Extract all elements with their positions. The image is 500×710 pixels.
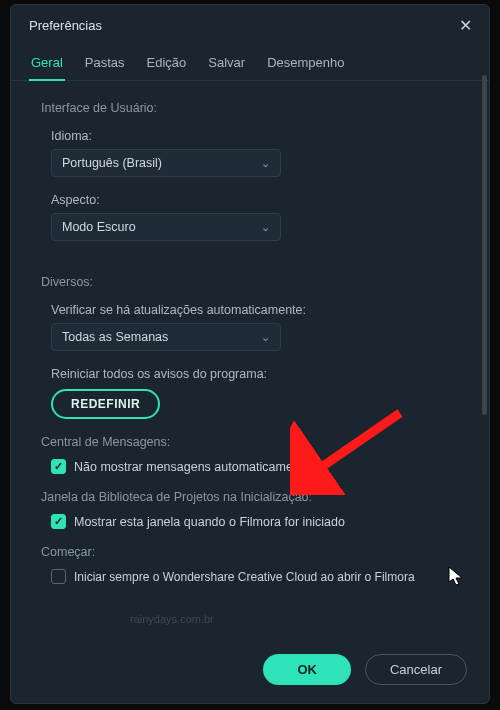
tab-salvar[interactable]: Salvar — [206, 49, 247, 80]
ui-section-heading: Interface de Usuário: — [41, 101, 465, 115]
checkmark-icon: ✓ — [54, 516, 63, 527]
ok-button[interactable]: OK — [263, 654, 351, 685]
library-check-label: Mostrar esta janela quando o Filmora for… — [74, 515, 345, 529]
preferences-dialog: Preferências ✕ Geral Pastas Edição Salva… — [10, 4, 490, 704]
update-select[interactable]: Todas as Semanas ⌄ — [51, 323, 281, 351]
chevron-down-icon: ⌄ — [261, 221, 270, 234]
content-area: Interface de Usuário: Idioma: Português … — [11, 81, 489, 640]
msgcenter-check-label: Não mostrar mensagens automaticamente — [74, 460, 310, 474]
update-field: Verificar se há atualizações automaticam… — [41, 303, 465, 351]
language-label: Idioma: — [51, 129, 465, 143]
language-field: Idioma: Português (Brasil) ⌄ — [41, 129, 465, 177]
checkmark-icon: ✓ — [54, 461, 63, 472]
scrollbar-thumb[interactable] — [482, 75, 487, 415]
start-check-label: Iniciar sempre o Wondershare Creative Cl… — [74, 570, 415, 584]
start-label: Começar: — [41, 545, 465, 559]
chevron-down-icon: ⌄ — [261, 157, 270, 170]
aspect-field: Aspecto: Modo Escuro ⌄ — [41, 193, 465, 241]
titlebar: Preferências ✕ — [11, 5, 489, 43]
msgcenter-check-row: ✓ Não mostrar mensagens automaticamente — [41, 459, 465, 474]
aspect-select[interactable]: Modo Escuro ⌄ — [51, 213, 281, 241]
library-label: Janela da Biblioteca de Projetos na Inic… — [41, 490, 465, 504]
start-check-row: Iniciar sempre o Wondershare Creative Cl… — [41, 569, 465, 584]
library-check-row: ✓ Mostrar esta janela quando o Filmora f… — [41, 514, 465, 529]
cancel-button[interactable]: Cancelar — [365, 654, 467, 685]
language-select[interactable]: Português (Brasil) ⌄ — [51, 149, 281, 177]
msgcenter-label: Central de Mensagens: — [41, 435, 465, 449]
tab-desempenho[interactable]: Desempenho — [265, 49, 346, 80]
tabs: Geral Pastas Edição Salvar Desempenho — [11, 43, 489, 81]
aspect-value: Modo Escuro — [62, 220, 136, 234]
chevron-down-icon: ⌄ — [261, 331, 270, 344]
update-label: Verificar se há atualizações automaticam… — [51, 303, 465, 317]
dialog-title: Preferências — [29, 18, 102, 33]
misc-section-heading: Diversos: — [41, 275, 465, 289]
close-icon: ✕ — [459, 16, 472, 35]
scrollbar[interactable] — [482, 75, 487, 635]
dialog-footer: OK Cancelar — [11, 640, 489, 703]
reset-label: Reiniciar todos os avisos do programa: — [41, 367, 465, 381]
library-checkbox[interactable]: ✓ — [51, 514, 66, 529]
tab-pastas[interactable]: Pastas — [83, 49, 127, 80]
language-value: Português (Brasil) — [62, 156, 162, 170]
aspect-label: Aspecto: — [51, 193, 465, 207]
msgcenter-checkbox[interactable]: ✓ — [51, 459, 66, 474]
close-button[interactable]: ✕ — [455, 15, 475, 35]
tab-geral[interactable]: Geral — [29, 49, 65, 80]
update-value: Todas as Semanas — [62, 330, 168, 344]
reset-button[interactable]: REDEFINIR — [51, 389, 160, 419]
start-checkbox[interactable] — [51, 569, 66, 584]
tab-edicao[interactable]: Edição — [145, 49, 189, 80]
